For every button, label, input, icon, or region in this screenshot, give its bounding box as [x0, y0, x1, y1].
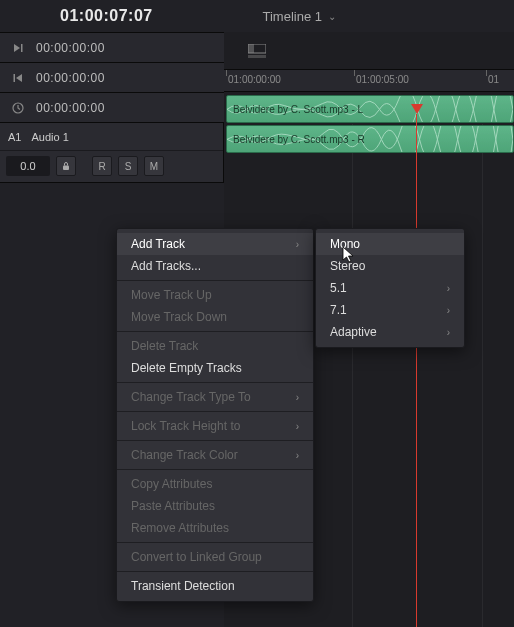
- menu-item: Convert to Linked Group: [117, 546, 313, 568]
- menu-item-label: Copy Attributes: [131, 477, 212, 491]
- chevron-down-icon: ⌄: [328, 11, 336, 22]
- menu-separator: [117, 542, 313, 543]
- record-button[interactable]: R: [92, 156, 112, 176]
- menu-item: Delete Track: [117, 335, 313, 357]
- timeline-view-icon[interactable]: [224, 32, 514, 70]
- timecode-value: 00:00:00:00: [36, 41, 105, 55]
- add-track-submenu: MonoStereo5.1›7.1›Adaptive›: [315, 228, 465, 348]
- svg-rect-4: [248, 55, 266, 58]
- menu-item-label: Convert to Linked Group: [131, 550, 262, 564]
- svg-rect-3: [248, 44, 254, 53]
- menu-item[interactable]: Add Track›: [117, 233, 313, 255]
- menu-separator: [117, 469, 313, 470]
- menu-item-label: Add Track: [131, 237, 185, 251]
- track-buttons: 0.0 R S M: [0, 151, 223, 181]
- menu-separator: [117, 411, 313, 412]
- clip-label: Belvidere by C. Scott.mp3 - L: [233, 104, 363, 115]
- menu-item: Copy Attributes: [117, 473, 313, 495]
- submenu-item-label: Stereo: [330, 259, 365, 273]
- menu-item-label: Transient Detection: [131, 579, 235, 593]
- submenu-item[interactable]: Mono: [316, 233, 464, 255]
- audio-lane[interactable]: Belvidere by C. Scott.mp3 - L Belvidere …: [224, 94, 514, 154]
- submenu-item[interactable]: 5.1›: [316, 277, 464, 299]
- volume-value[interactable]: 0.0: [6, 156, 50, 176]
- menu-item-label: Move Track Up: [131, 288, 212, 302]
- submenu-item[interactable]: Adaptive›: [316, 321, 464, 343]
- menu-separator: [117, 331, 313, 332]
- menu-item-label: Change Track Type To: [131, 390, 251, 404]
- menu-item-label: Change Track Color: [131, 448, 238, 462]
- menu-item-label: Delete Track: [131, 339, 198, 353]
- clock-icon[interactable]: [0, 102, 36, 114]
- menu-separator: [117, 382, 313, 383]
- menu-item-label: Add Tracks...: [131, 259, 201, 273]
- main-timecode: 01:00:07:07: [60, 7, 153, 25]
- ruler-tick: 01:00:00:00: [228, 74, 281, 85]
- menu-item: Change Track Color›: [117, 444, 313, 466]
- chevron-right-icon: ›: [296, 392, 299, 403]
- timeline-ruler[interactable]: 01:00:00:00 01:00:05:00 01: [224, 70, 514, 92]
- ruler-tick: 01:00:05:00: [356, 74, 409, 85]
- menu-separator: [117, 440, 313, 441]
- lock-icon[interactable]: [56, 156, 76, 176]
- chevron-right-icon: ›: [447, 283, 450, 294]
- audio-clip-left[interactable]: Belvidere by C. Scott.mp3 - L: [226, 95, 514, 123]
- menu-item: Lock Track Height to›: [117, 415, 313, 437]
- menu-separator: [117, 571, 313, 572]
- timeline-name: Timeline 1: [263, 9, 322, 24]
- timecode-value: 00:00:00:00: [36, 71, 105, 85]
- menu-item-label: Delete Empty Tracks: [131, 361, 242, 375]
- chevron-right-icon: ›: [296, 239, 299, 250]
- chevron-right-icon: ›: [447, 305, 450, 316]
- submenu-item-label: Mono: [330, 237, 360, 251]
- track-panel: A1 Audio 1 0.0 R S M: [0, 123, 224, 182]
- timecode-header: 01:00:07:07 Timeline 1 ⌄: [0, 0, 514, 32]
- track-id: A1: [8, 131, 21, 143]
- skip-next-icon[interactable]: [0, 42, 36, 54]
- menu-item[interactable]: Add Tracks...: [117, 255, 313, 277]
- chevron-right-icon: ›: [296, 450, 299, 461]
- menu-item: Change Track Type To›: [117, 386, 313, 408]
- menu-item: Move Track Down: [117, 306, 313, 328]
- menu-item[interactable]: Delete Empty Tracks: [117, 357, 313, 379]
- chevron-right-icon: ›: [296, 421, 299, 432]
- menu-separator: [117, 280, 313, 281]
- solo-button[interactable]: S: [118, 156, 138, 176]
- skip-prev-icon[interactable]: [0, 72, 36, 84]
- submenu-item[interactable]: 7.1›: [316, 299, 464, 321]
- menu-item: Remove Attributes: [117, 517, 313, 539]
- submenu-item-label: 5.1: [330, 281, 347, 295]
- context-menu: Add Track›Add Tracks...Move Track UpMove…: [116, 228, 314, 602]
- menu-item-label: Remove Attributes: [131, 521, 229, 535]
- menu-item: Move Track Up: [117, 284, 313, 306]
- clip-label: Belvidere by C. Scott.mp3 - R: [233, 134, 365, 145]
- chevron-right-icon: ›: [447, 327, 450, 338]
- menu-item[interactable]: Transient Detection: [117, 575, 313, 597]
- track-label-row[interactable]: A1 Audio 1: [0, 123, 223, 151]
- audio-clip-right[interactable]: Belvidere by C. Scott.mp3 - R: [226, 125, 514, 153]
- menu-item: Paste Attributes: [117, 495, 313, 517]
- playhead[interactable]: [416, 114, 417, 627]
- menu-item-label: Lock Track Height to: [131, 419, 240, 433]
- submenu-item[interactable]: Stereo: [316, 255, 464, 277]
- timeline-dropdown[interactable]: Timeline 1 ⌄: [263, 9, 336, 24]
- menu-item-label: Paste Attributes: [131, 499, 215, 513]
- submenu-item-label: 7.1: [330, 303, 347, 317]
- mute-button[interactable]: M: [144, 156, 164, 176]
- track-name: Audio 1: [31, 131, 68, 143]
- grid-line: [482, 124, 483, 627]
- grid-line: [352, 124, 353, 627]
- timecode-value: 00:00:00:00: [36, 101, 105, 115]
- menu-item-label: Move Track Down: [131, 310, 227, 324]
- submenu-item-label: Adaptive: [330, 325, 377, 339]
- ruler-tick: 01: [488, 74, 499, 85]
- svg-rect-1: [63, 166, 69, 171]
